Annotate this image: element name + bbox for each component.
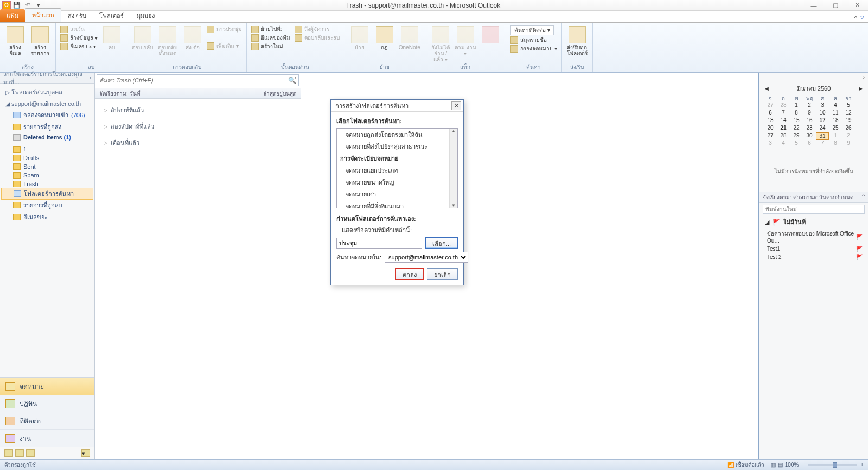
switch-config-icon[interactable]: ▾ xyxy=(81,449,90,457)
words-input[interactable] xyxy=(336,238,422,249)
replyall-button[interactable]: ตอบกลับ ทั้งหมด xyxy=(157,24,178,56)
cancel-button[interactable]: ยกเลิก xyxy=(427,268,458,280)
tasks-expand-icon[interactable]: ^ xyxy=(862,193,865,201)
switch-tasks[interactable]: งาน xyxy=(0,430,94,447)
choose-button[interactable]: เลือก... xyxy=(425,237,458,249)
task-row[interactable]: ข้อความทดสอบของ Microsoft Office Ou…🚩 xyxy=(760,228,868,245)
switch-mail[interactable]: จดหมาย xyxy=(0,378,94,395)
view-reading-icon[interactable]: ▤ xyxy=(778,462,783,468)
categorize-button[interactable]: ตาม งาน ▾ xyxy=(455,24,476,56)
list-item[interactable]: จดหมายที่ส่งไปยังกลุ่มสาธารณะ xyxy=(337,141,449,153)
tree-favorites[interactable]: ▷ โฟลเดอร์ส่วนบุคคล xyxy=(0,86,94,99)
tab-sendreceive[interactable]: ส่ง / รับ xyxy=(61,9,93,22)
list-group-lastweek[interactable]: สัปดาห์ที่แล้ว xyxy=(95,102,301,118)
quickstep-replydel[interactable]: ตอบกลับและลบ xyxy=(295,34,340,42)
move-button[interactable]: ย้าย xyxy=(349,24,371,50)
ignore-button[interactable]: ละเว้น xyxy=(60,25,98,33)
addressbook-button[interactable]: สมุดรายชื่อ xyxy=(510,36,557,44)
new-email-button[interactable]: สร้าง อีเมล xyxy=(4,24,26,56)
zoom-out-icon[interactable]: − xyxy=(802,462,805,468)
tab-file[interactable]: แฟ้ม xyxy=(0,9,25,22)
task-row[interactable]: Test 2🚩 xyxy=(760,253,868,261)
switch-contacts[interactable]: ที่ติดต่อ xyxy=(0,412,94,430)
junk-button[interactable]: อีเมลขยะ ▾ xyxy=(60,42,98,50)
cal-next-icon[interactable]: ► xyxy=(858,85,864,92)
switch-shortcuts-icon[interactable] xyxy=(26,449,35,457)
reply-button[interactable]: ตอบ กลับ xyxy=(132,24,154,50)
cleanup-button[interactable]: ล้างข้อมูล ▾ xyxy=(60,34,98,42)
group-move-label: ย้าย xyxy=(349,62,420,72)
list-item[interactable]: จดหมายถูกส่งโดยตรงมาให้ฉัน xyxy=(337,129,449,141)
sort-by-label[interactable]: จัดเรียงตาม: วันที่ xyxy=(99,90,141,98)
zoom-control[interactable]: 100% − + xyxy=(785,462,864,468)
quickstep-moveto[interactable]: ย้ายไปที่: xyxy=(251,25,291,33)
task-category-nodate[interactable]: ◢ 🚩 ไม่มีวันที่ xyxy=(760,215,868,228)
tree-junk[interactable]: อีเมลขยะ xyxy=(0,211,94,223)
find-contact-input[interactable]: ค้นหาที่ติดต่อ ▾ xyxy=(510,25,557,35)
ribbon-minimize-icon[interactable]: ^ xyxy=(854,15,857,21)
tree-folder-1[interactable]: 1 xyxy=(0,145,94,154)
tree-deleted-all[interactable]: รายการที่ถูกลบ xyxy=(0,199,94,211)
tab-folder[interactable]: โฟลเดอร์ xyxy=(93,9,130,22)
tree-inbox[interactable]: กล่องจดหมายเข้า (706) xyxy=(0,109,94,121)
searchin-select[interactable]: support@mailmaster.co.th xyxy=(385,252,468,263)
list-collapse-icon[interactable]: ‹ xyxy=(295,75,296,80)
zoom-in-icon[interactable]: + xyxy=(860,462,864,468)
dialog-close-button[interactable]: ✕ xyxy=(451,101,461,110)
list-item[interactable]: จดหมายขนาดใหญ่ xyxy=(337,176,449,188)
list-item[interactable]: จดหมายเก่า xyxy=(337,188,449,200)
switch-notes-icon[interactable] xyxy=(4,449,13,457)
filter-email-button[interactable]: กรองจดหมาย ▾ xyxy=(510,45,557,53)
rules-button[interactable]: กฎ xyxy=(374,24,395,50)
delete-button[interactable]: ลบ xyxy=(101,24,123,50)
mini-calendar[interactable]: จอพพฤศสอา 272812345678910111213141516171… xyxy=(760,94,868,151)
quickstep-team[interactable]: อีเมลของทีม xyxy=(251,34,291,42)
tree-sent-items[interactable]: รายการที่ถูกส่ง xyxy=(0,121,94,133)
todobar-collapse-icon[interactable]: › xyxy=(863,74,865,80)
onenote-button[interactable]: OneNote xyxy=(399,24,420,50)
search-folder-type-list[interactable]: จดหมายถูกส่งโดยตรงมาให้ฉัน จดหมายที่ส่งไ… xyxy=(336,128,458,208)
new-items-button[interactable]: สร้าง รายการ xyxy=(29,24,51,56)
more-respond-button[interactable]: เพิ่มเติม ▾ xyxy=(207,42,242,50)
tab-home[interactable]: หน้าแรก xyxy=(25,8,61,22)
cal-prev-icon[interactable]: ◄ xyxy=(764,85,770,92)
tree-search-folders[interactable]: โฟลเดอร์การค้นหา xyxy=(1,188,93,200)
ok-button[interactable]: ตกลง xyxy=(395,268,424,280)
view-normal-icon[interactable]: ▥ xyxy=(771,462,776,468)
minimize-button[interactable]: — xyxy=(803,1,825,10)
maximize-button[interactable]: ▢ xyxy=(825,1,846,10)
list-scrollbar[interactable] xyxy=(449,129,457,208)
list-group-lastmonth[interactable]: เดือนที่แล้ว xyxy=(95,135,301,151)
tasks-sort-label[interactable]: จัดเรียงตาม: ค่าสถานะ: วันครบกำหนด xyxy=(763,193,853,201)
followup-button[interactable] xyxy=(480,24,501,45)
switch-folders-icon[interactable] xyxy=(15,449,24,457)
task-row[interactable]: Test1🚩 xyxy=(760,245,868,253)
tree-spam[interactable]: Spam xyxy=(0,171,94,180)
sort-order-label[interactable]: ล่าสุดอยู่บนสุด xyxy=(263,90,296,98)
list-item[interactable]: จดหมายที่มีสิ่งที่แนบมา xyxy=(337,200,449,208)
nav-collapse-icon[interactable]: ‹ xyxy=(90,75,91,81)
search-box[interactable]: 🔍 xyxy=(97,74,299,86)
show-words-label: แสดงข้อความที่มีคำเหล่านี้: xyxy=(336,225,458,235)
app-icon: O xyxy=(2,1,11,10)
tree-drafts[interactable]: Drafts xyxy=(0,154,94,162)
list-item[interactable]: จดหมายแยกประเภท xyxy=(337,164,449,176)
sendreceive-all-button[interactable]: ส่ง/รับทุก โฟลเดอร์ xyxy=(566,24,588,56)
tab-view[interactable]: มุมมอง xyxy=(130,9,161,22)
list-group-twoweeksago[interactable]: สองสัปดาห์ที่แล้ว xyxy=(95,118,301,135)
forward-button[interactable]: ส่ง ต่อ xyxy=(182,24,203,50)
qat-save-icon[interactable]: 💾 xyxy=(12,1,22,10)
search-input[interactable] xyxy=(99,77,288,84)
quickstep-new[interactable]: สร้างใหม่ xyxy=(251,42,291,50)
tree-trash[interactable]: Trash xyxy=(0,180,94,188)
close-button[interactable]: ✕ xyxy=(846,1,868,10)
tree-sent[interactable]: Sent xyxy=(0,162,94,171)
new-task-input[interactable] xyxy=(763,205,865,214)
quickstep-tomgr[interactable]: ถึงผู้จัดการ xyxy=(295,25,340,33)
switch-calendar[interactable]: ปฏิทิน xyxy=(0,395,94,412)
tree-deleted-items[interactable]: Deleted Items (1) xyxy=(0,133,94,142)
help-icon[interactable]: ? xyxy=(860,15,864,21)
unread-button[interactable]: ยังไม่ได้อ่าน /แล้ว ▾ xyxy=(430,24,451,62)
meeting-button[interactable]: การประชุม xyxy=(207,25,242,33)
tree-account[interactable]: ◢ support@mailmaster.co.th xyxy=(0,99,94,109)
